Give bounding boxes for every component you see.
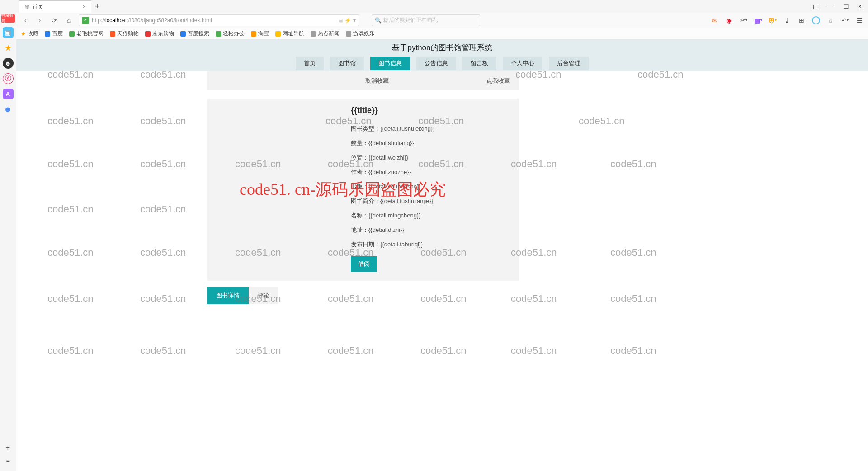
detail-row: 数量：{{detail.shuliang}}: [351, 136, 511, 151]
bookmark-item[interactable]: 百度: [45, 30, 63, 38]
restore-icon[interactable]: ↶▾: [841, 16, 849, 24]
shield-icon: ✓: [82, 17, 89, 24]
window-pin-icon[interactable]: ◫: [813, 3, 819, 10]
reload-button[interactable]: ⟳: [50, 16, 59, 25]
forward-button[interactable]: ›: [35, 16, 44, 25]
globe-icon: [24, 4, 30, 9]
browser-navbar: ‹ › ⟳ ⌂ ✓ http://localhost:8080/django58…: [16, 13, 868, 28]
tab-title: 首页: [33, 3, 43, 11]
bookmark-item[interactable]: 轻松办公: [216, 30, 245, 38]
theme-icon[interactable]: ☼: [826, 16, 835, 24]
bookmarks-bar: ★收藏 百度 老毛桃官网 天猫购物 京东购物 百度搜索 轻松办公 淘宝 网址导航…: [16, 28, 868, 40]
detail-row: 出版：{{detail.chubanshe}}: [351, 179, 511, 194]
site-title: 基于python的图书馆管理系统: [16, 40, 868, 55]
tablet-icon[interactable]: ▤: [338, 17, 343, 23]
mail-icon[interactable]: ✉: [711, 16, 719, 24]
sidebar-app-1[interactable]: ▣: [3, 27, 14, 38]
add-favorite-link[interactable]: 点我收藏: [486, 77, 510, 85]
sidebar-chat-icon[interactable]: ☻: [3, 58, 14, 69]
security-icon[interactable]: ⛨▾: [769, 16, 777, 24]
nav-item[interactable]: 首页: [296, 57, 324, 70]
nav-item[interactable]: 图书信息: [370, 57, 410, 70]
bookmark-item[interactable]: 老毛桃官网: [69, 30, 104, 38]
detail-row: 图书类型：{{detail.tushuleixing}}: [351, 122, 511, 136]
window-maximize-icon[interactable]: ☐: [843, 3, 849, 10]
new-tab-button[interactable]: +: [95, 2, 100, 11]
window-titlebar: 首页 × + ◫ — ☐ ×: [0, 0, 868, 13]
borrow-button[interactable]: 借阅: [351, 256, 377, 272]
menu-icon[interactable]: ☰: [855, 16, 863, 24]
browser-sidebar: 登录账号 ▣ ★ ☻ Ⓐ A ☻ + ≡: [0, 13, 16, 471]
bookmark-item[interactable]: 游戏娱乐: [346, 30, 375, 38]
sidebar-emoji-icon[interactable]: ☻: [3, 104, 14, 115]
url-text: http://localhost:8080/django582a0/front/…: [92, 17, 212, 24]
apps-icon[interactable]: ⊞: [797, 16, 806, 24]
sidebar-list-icon[interactable]: ≡: [6, 457, 9, 465]
detail-row: 发布日期：{{detail.faburiqi}}: [351, 237, 511, 252]
detail-row: 图书简介：{{detail.tushujianjie}}: [351, 194, 511, 208]
extension-icon[interactable]: ▦▾: [754, 16, 762, 24]
url-bar[interactable]: ✓ http://localhost:8080/django582a0/fron…: [79, 14, 359, 26]
tab-button[interactable]: 评论: [249, 287, 278, 304]
bookmark-fav[interactable]: ★收藏: [21, 30, 38, 38]
nav-item[interactable]: 图书馆: [330, 57, 364, 70]
detail-row: 作者：{{detail.zuozhe}}: [351, 165, 511, 179]
scissors-icon[interactable]: ✂▾: [740, 16, 748, 24]
bolt-icon[interactable]: ⚡: [344, 17, 351, 24]
nav-item[interactable]: 公告信息: [416, 57, 456, 70]
detail-row: 位置：{{detail.weizhi}}: [351, 151, 511, 165]
search-icon: 🔍: [375, 17, 382, 24]
detail-tabs: 图书详情评论: [207, 287, 519, 304]
sidebar-ai-icon[interactable]: Ⓐ: [3, 73, 14, 84]
detail-row: 名称：{{detail.mingcheng}}: [351, 208, 511, 223]
detail-panel: {{title}} 图书类型：{{detail.tushuleixing}}数量…: [207, 99, 519, 281]
home-button[interactable]: ⌂: [64, 16, 73, 25]
download-icon[interactable]: ⤓: [783, 16, 791, 24]
web-page: 基于python的图书馆管理系统 首页图书馆图书信息公告信息留言板个人中心后台管…: [16, 40, 868, 471]
profile-icon[interactable]: [812, 16, 820, 24]
close-icon[interactable]: ×: [83, 4, 86, 10]
detail-row: 地址：{{detail.dizhi}}: [351, 223, 511, 237]
weibo-icon[interactable]: ◉: [725, 16, 733, 24]
bookmark-item[interactable]: 天猫购物: [110, 30, 139, 38]
nav-item[interactable]: 后台管理: [549, 57, 589, 70]
sidebar-plus-icon[interactable]: +: [6, 444, 10, 452]
window-close-icon[interactable]: ×: [858, 3, 862, 10]
sidebar-app-2[interactable]: A: [3, 89, 14, 99]
back-button[interactable]: ‹: [21, 16, 30, 25]
bookmark-item[interactable]: 京东购物: [145, 30, 174, 38]
login-badge[interactable]: 登录账号: [1, 14, 15, 23]
bookmark-item[interactable]: 百度搜索: [180, 30, 209, 38]
window-minimize-icon[interactable]: —: [828, 3, 834, 10]
search-bar[interactable]: 🔍 糖后的辣妈们正在哺乳: [372, 14, 480, 26]
bookmark-item[interactable]: 热点新闻: [311, 30, 340, 38]
nav-item[interactable]: 个人中心: [503, 57, 542, 70]
site-nav: 首页图书馆图书信息公告信息留言板个人中心后台管理: [16, 55, 868, 71]
nav-item[interactable]: 留言板: [462, 57, 496, 70]
bookmark-item[interactable]: 网址导航: [275, 30, 304, 38]
search-placeholder: 糖后的辣妈们正在哺乳: [383, 16, 438, 24]
chevron-down-icon[interactable]: ▾: [353, 17, 356, 24]
cancel-favorite-link[interactable]: 取消收藏: [365, 77, 389, 85]
favorite-bar: 取消收藏 点我收藏: [207, 71, 519, 90]
bookmark-item[interactable]: 淘宝: [251, 30, 269, 38]
browser-tab[interactable]: 首页 ×: [19, 0, 91, 13]
sidebar-star-icon[interactable]: ★: [3, 42, 14, 53]
tab-button[interactable]: 图书详情: [207, 287, 249, 304]
book-title: {{title}}: [351, 106, 511, 115]
